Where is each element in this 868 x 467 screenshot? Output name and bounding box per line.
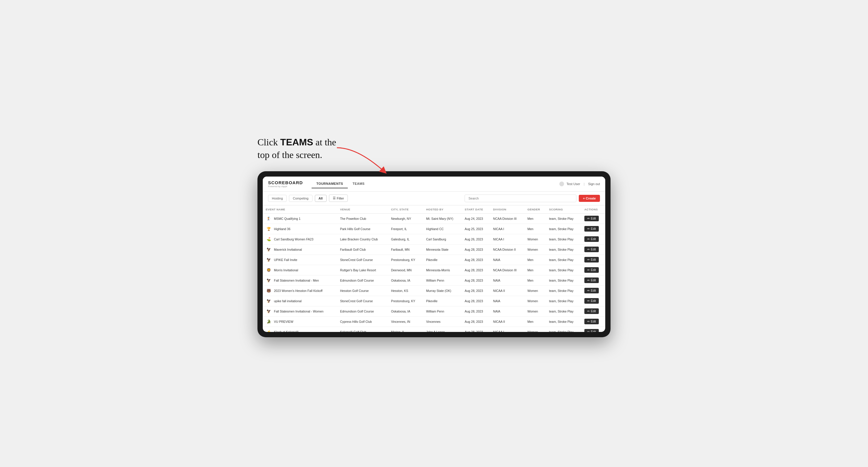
event-name-text: Klash at Kokopelli [274,330,298,332]
table-row: 🏆 Highland 36 Park Hills Golf Course Fre… [263,224,605,234]
edit-icon: ✏ [587,227,590,230]
table-body: 🏌 MSMC Qualifying 1 The Powelton Club Ne… [263,213,605,332]
cell-gender: Men [524,213,546,224]
event-name-text: Fall Statesmen Invitational - Men [274,279,319,282]
signout-link[interactable]: Sign out [588,182,600,186]
col-start-date: START DATE [462,206,490,214]
cell-division: NAIA [490,296,525,306]
cell-event-name: 🦁 Morris Invitational [263,265,337,275]
edit-button[interactable]: ✏ Edit [584,329,599,332]
cell-division: NCAA Division III [490,213,525,224]
event-name-text: 2023 Women's Hesston Fall Kickoff [274,289,322,292]
cell-city-state: Prestonsburg, KY [388,254,423,265]
cell-hosted-by: Murray State (OK) [423,285,462,296]
edit-icon: ✏ [587,217,590,220]
table-row: 🐊 VU PREVIEW Cypress Hills Golf Club Vin… [263,316,605,326]
cell-gender: Women [524,244,546,254]
cell-venue: Edmundson Golf Course [337,306,388,316]
table-row: 🦅 Maverick Invitational Faribault Golf C… [263,244,605,254]
cell-actions: ✏ Edit [581,316,605,326]
cell-city-state: Deerwood, MN [388,265,423,275]
table-row: 🐻 2023 Women's Hesston Fall Kickoff Hess… [263,285,605,296]
nav-tab-teams[interactable]: TEAMS [348,180,369,188]
edit-button[interactable]: ✏ Edit [584,226,599,231]
edit-button[interactable]: ✏ Edit [584,247,599,252]
header-right: Test User | Sign out [559,182,600,186]
edit-button[interactable]: ✏ Edit [584,278,599,283]
edit-button[interactable]: ✏ Edit [584,236,599,242]
edit-button[interactable]: ✏ Edit [584,319,599,324]
cell-actions: ✏ Edit [581,326,605,332]
edit-label: Edit [591,248,596,251]
logo-area: SCOREBOARD Powered by clippit [268,180,303,188]
edit-label: Edit [591,217,596,220]
header-row: EVENT NAME VENUE CITY, STATE HOSTED BY S… [263,206,605,214]
cell-actions: ✏ Edit [581,306,605,316]
edit-button[interactable]: ✏ Edit [584,216,599,221]
event-name-text: Morris Invitational [274,268,298,272]
cell-actions: ✏ Edit [581,213,605,224]
cell-gender: Women [524,306,546,316]
cell-city-state: Marion, IL [388,326,423,332]
cell-division: NICAA II [490,316,525,326]
cell-start-date: Aug 28, 2023 [462,285,490,296]
cell-venue: StoneCrest Golf Course [337,296,388,306]
edit-button[interactable]: ✏ Edit [584,267,599,273]
cell-gender: Women [524,234,546,244]
team-icon: 🦅 [266,278,272,283]
cell-city-state: Newburgh, NY [388,213,423,224]
gear-icon[interactable] [559,182,564,186]
cell-event-name: ⛳ Carl Sandburg Women FA23 [263,234,337,244]
nav-tab-tournaments[interactable]: TOURNAMENTS [312,180,348,188]
edit-button[interactable]: ✏ Edit [584,298,599,304]
edit-button[interactable]: ✏ Edit [584,257,599,262]
cell-event-name: 🐊 VU PREVIEW [263,316,337,326]
cell-city-state: Galesburg, IL [388,234,423,244]
team-icon: 🦅 [266,247,272,252]
col-division: DIVISION [490,206,525,214]
toolbar: Hosting Competing All ☰ Filter + Create [263,192,605,206]
cell-venue: Ruttger's Bay Lake Resort [337,265,388,275]
edit-icon: ✏ [587,310,590,313]
filter-label: Filter [337,196,344,200]
hosting-tab[interactable]: Hosting [268,195,287,202]
cell-city-state: Vincennes, IN [388,316,423,326]
cell-event-name: 🦅 UPIKE Fall Invite [263,254,337,265]
cell-gender: Women [524,326,546,332]
table-row: 🏌 MSMC Qualifying 1 The Powelton Club Ne… [263,213,605,224]
edit-button[interactable]: ✏ Edit [584,308,599,314]
tournaments-table: EVENT NAME VENUE CITY, STATE HOSTED BY S… [263,206,605,332]
cell-gender: Men [524,224,546,234]
table-header: EVENT NAME VENUE CITY, STATE HOSTED BY S… [263,206,605,214]
edit-label: Edit [591,238,596,241]
cell-venue: Hesston Golf Course [337,285,388,296]
event-name-text: upike fall invitational [274,299,302,303]
cell-event-name: 🦅 Fall Statesmen Invitational - Men [263,275,337,285]
cell-venue: Faribault Golf Club [337,244,388,254]
all-tab[interactable]: All [315,195,327,202]
cell-city-state: Faribault, MN [388,244,423,254]
col-gender: GENDER [524,206,546,214]
col-event-name: EVENT NAME [263,206,337,214]
event-name-text: Fall Statesmen Invitational - Women [274,310,323,313]
competing-tab[interactable]: Competing [289,195,312,202]
cell-scoring: team, Stroke Play [546,326,581,332]
create-button[interactable]: + Create [579,195,600,202]
logo-text: SCOREBOARD [268,180,303,185]
cell-division: NCAA Division III [490,265,525,275]
cell-city-state: Oskaloosa, IA [388,275,423,285]
search-input[interactable] [465,194,577,202]
cell-start-date: Aug 28, 2023 [462,296,490,306]
cell-hosted-by: Minnesota-Morris [423,265,462,275]
team-icon: 🐻 [266,288,272,294]
edit-button[interactable]: ✏ Edit [584,288,599,293]
table-row: 🦅 Fall Statesmen Invitational - Women Ed… [263,306,605,316]
cell-start-date: Aug 28, 2023 [462,254,490,265]
cell-division: NICAA I [490,234,525,244]
table-row: ⚡ Klash at Kokopelli Kokopelli Golf Club… [263,326,605,332]
cell-division: NICAA I [490,326,525,332]
table-row: 🦅 Fall Statesmen Invitational - Men Edmu… [263,275,605,285]
team-icon: 🦅 [266,257,272,263]
filter-button[interactable]: ☰ Filter [329,194,348,202]
cell-start-date: Aug 28, 2023 [462,326,490,332]
